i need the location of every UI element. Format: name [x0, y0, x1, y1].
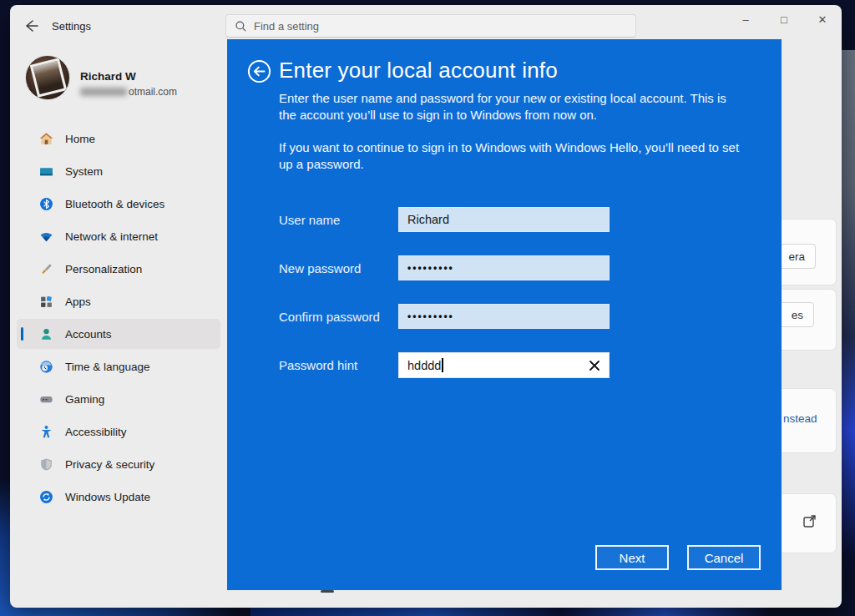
- accessibility-icon: [39, 425, 53, 439]
- avatar[interactable]: [25, 55, 70, 100]
- confirm-password-label: Confirm password: [279, 304, 396, 329]
- back-circle-icon[interactable]: [247, 59, 271, 83]
- user-name: Richard W: [80, 70, 136, 83]
- cancel-button[interactable]: Cancel: [687, 545, 761, 570]
- close-button[interactable]: ✕: [803, 5, 842, 33]
- new-password-label: New password: [279, 255, 396, 280]
- search-icon: [235, 20, 247, 33]
- sidebar-item-accounts[interactable]: Accounts: [17, 319, 220, 349]
- dialog-description-1: Enter the user name and password for you…: [279, 90, 743, 124]
- dialog-description-2: If you want to continue to sign in to Wi…: [279, 139, 743, 173]
- search-input[interactable]: Find a setting: [225, 14, 636, 38]
- user-email-suffix: otmail.com: [129, 86, 177, 98]
- sidebar-item-windows-update[interactable]: Windows Update: [17, 482, 220, 512]
- home-icon: [39, 132, 53, 146]
- sidebar-item-apps[interactable]: Apps: [17, 286, 220, 316]
- sidebar-item-time-language[interactable]: Time & language: [17, 351, 220, 381]
- sidebar-item-home[interactable]: Home: [17, 124, 220, 154]
- sidebar-item-network-internet[interactable]: Network & internet: [17, 221, 220, 251]
- sidebar-item-bluetooth-devices[interactable]: Bluetooth & devices: [17, 189, 220, 219]
- bluetooth-icon: [39, 197, 53, 211]
- next-button[interactable]: Next: [595, 545, 669, 570]
- gaming-icon: [39, 392, 53, 406]
- clear-x-icon[interactable]: [588, 359, 601, 372]
- sidebar-item-accessibility[interactable]: Accessibility: [17, 417, 220, 447]
- external-link-icon[interactable]: [802, 512, 818, 529]
- system-icon: [39, 164, 53, 179]
- personalization-icon: [39, 262, 53, 276]
- background-link-fragment-local-account[interactable]: nstead: [783, 412, 817, 425]
- user-email: otmail.com: [80, 86, 177, 98]
- password-hint-value: hdddd: [407, 359, 441, 372]
- sidebar-item-gaming[interactable]: Gaming: [17, 384, 220, 414]
- minimize-button[interactable]: –: [726, 5, 765, 33]
- email-redaction-blur: [80, 88, 127, 96]
- back-arrow-icon[interactable]: [23, 18, 40, 33]
- network-icon: [39, 230, 53, 244]
- password-hint-label: Password hint: [279, 352, 396, 377]
- new-password-field[interactable]: •••••••••: [398, 255, 610, 280]
- password-hint-field[interactable]: hdddd: [398, 352, 610, 378]
- sidebar-item-system[interactable]: System: [17, 156, 220, 186]
- time-language-icon: [39, 360, 53, 374]
- apps-icon: [39, 295, 53, 309]
- windows-update-icon: [39, 490, 53, 504]
- selected-indicator: [21, 327, 23, 341]
- username-label: User name: [279, 207, 396, 232]
- sidebar-item-privacy-security[interactable]: Privacy & security: [17, 449, 220, 479]
- privacy-icon: [39, 457, 53, 472]
- username-field[interactable]: Richard: [398, 207, 610, 232]
- dialog-title: Enter your local account info: [279, 58, 558, 83]
- search-placeholder: Find a setting: [254, 20, 319, 33]
- maximize-button[interactable]: □: [765, 5, 803, 33]
- app-title: Settings: [52, 20, 91, 33]
- settings-window: Settings Find a setting – □ ✕ Richard W …: [10, 5, 842, 608]
- sidebar-item-personalization[interactable]: Personalization: [17, 254, 220, 284]
- text-caret: [442, 358, 443, 372]
- confirm-password-field[interactable]: •••••••••: [398, 304, 610, 329]
- clipped-text-fragment: [321, 590, 334, 593]
- local-account-dialog: Enter your local account info Enter the …: [227, 39, 782, 590]
- accounts-icon: [39, 327, 53, 341]
- avatar-photo: [30, 58, 68, 98]
